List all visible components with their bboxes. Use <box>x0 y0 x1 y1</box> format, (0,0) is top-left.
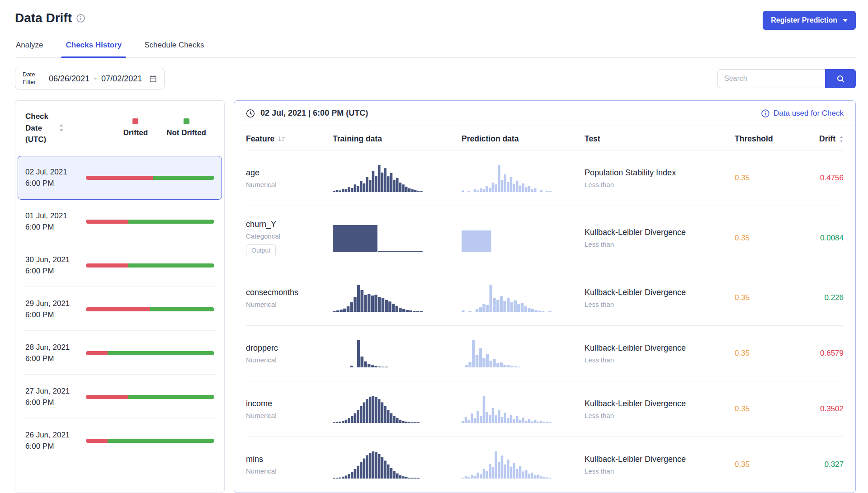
drift-value: 0.327 <box>817 460 844 469</box>
feature-rows: age Numerical Population Stability Index… <box>234 150 855 492</box>
data-used-for-check-link[interactable]: Data used for Check <box>761 109 844 118</box>
date-filter-label: Date Filter <box>23 71 42 86</box>
drift-value: 0.3502 <box>817 404 844 413</box>
check-list: 02 Jul, 20216:00 PM 01 Jul, 20216:00 PM … <box>15 153 224 465</box>
drift-value: 0.4756 <box>817 174 844 183</box>
test-name: Kullback-Leibler Divergence <box>585 343 735 353</box>
check-row-27-jun[interactable]: 27 Jun, 20216:00 PM <box>18 375 222 419</box>
info-icon[interactable] <box>76 14 85 23</box>
sort-desc-icon[interactable] <box>278 136 286 142</box>
threshold-value: 0.35 <box>735 404 817 413</box>
column-drift[interactable]: Drift <box>817 134 844 144</box>
prediction-histogram <box>462 339 552 367</box>
check-detail-panel: 02 Jul, 2021 | 6:00 PM (UTC) Data used f… <box>234 100 856 493</box>
check-row-01-jul[interactable]: 01 Jul, 20216:00 PM <box>18 200 222 244</box>
prediction-histogram <box>462 224 552 252</box>
column-threshold: Threshold <box>735 134 817 144</box>
search-input[interactable] <box>717 69 825 88</box>
column-test: Test <box>585 134 735 144</box>
check-date: 30 Jun, 20216:00 PM <box>25 254 80 277</box>
threshold-value: 0.35 <box>735 460 817 469</box>
date-to: 07/02/2021 <box>101 74 142 84</box>
tab-schedule-checks[interactable]: Schedule Checks <box>143 35 205 57</box>
tab-checks-history[interactable]: Checks History <box>65 35 123 57</box>
feature-row-age: age Numerical Population Stability Index… <box>246 150 844 206</box>
date-from: 06/26/2021 <box>49 74 90 84</box>
clock-icon <box>246 109 255 118</box>
not-drifted-color-swatch <box>184 118 189 124</box>
drift-value: 0.226 <box>817 293 844 302</box>
drift-ratio-bar <box>86 263 214 268</box>
info-icon <box>761 109 769 117</box>
column-training-data: Training data <box>333 134 462 144</box>
feature-table-header: Feature Training data Prediction data Te… <box>234 126 855 150</box>
feature-row-consecmonths: consecmonths Numerical Kullback-Leibler … <box>246 270 844 325</box>
drift-value: 0.0084 <box>817 234 844 243</box>
main-content: Check Date (UTC) Drifted Not Drifted <box>15 100 856 493</box>
check-date: 01 Jul, 20216:00 PM <box>25 210 80 233</box>
data-drift-page: Data Drift Register Prediction Analyze C… <box>0 0 868 493</box>
caret-down-icon <box>843 19 848 22</box>
test-condition: Less than <box>585 181 735 188</box>
training-histogram <box>333 395 423 423</box>
drift-ratio-bar <box>86 307 214 311</box>
drift-value: 0.6579 <box>817 349 844 358</box>
test-condition: Less than <box>585 412 735 419</box>
drift-ratio-bar <box>86 220 214 224</box>
column-prediction-data: Prediction data <box>462 134 585 144</box>
register-prediction-button[interactable]: Register Prediction <box>763 11 856 30</box>
check-row-26-jun[interactable]: 26 Jun, 20216:00 PM <box>18 419 222 463</box>
tab-bar: Analyze Checks History Schedule Checks <box>15 35 856 58</box>
test-name: Kullback-Leibler Divergence <box>585 455 735 464</box>
feature-type: Categorical <box>246 232 333 240</box>
check-date: 27 Jun, 20216:00 PM <box>25 385 80 408</box>
check-row-30-jun[interactable]: 30 Jun, 20216:00 PM <box>18 244 222 287</box>
test-condition: Less than <box>585 240 735 248</box>
output-badge: Output <box>246 244 276 256</box>
checks-panel: Check Date (UTC) Drifted Not Drifted <box>15 100 225 493</box>
filter-row: Date Filter 06/26/2021 - 07/02/2021 <box>15 68 856 89</box>
drift-ratio-bar <box>86 439 214 443</box>
drift-ratio-bar <box>86 176 214 180</box>
feature-name: income <box>246 399 333 408</box>
prediction-histogram <box>462 284 552 312</box>
check-date-column-title: Check Date (UTC) <box>25 111 55 146</box>
page-title: Data Drift <box>15 11 72 25</box>
training-histogram <box>333 164 423 192</box>
check-date: 29 Jun, 20216:00 PM <box>25 298 80 321</box>
calendar-icon[interactable] <box>149 75 157 83</box>
check-date: 28 Jun, 20216:00 PM <box>25 342 80 365</box>
feature-name: age <box>246 168 333 178</box>
date-separator: - <box>94 74 97 84</box>
test-name: Population Stability Index <box>585 168 735 178</box>
sort-icon[interactable] <box>59 124 64 131</box>
search-bar <box>717 69 856 88</box>
check-row-02-jul[interactable]: 02 Jul, 20216:00 PM <box>18 156 222 200</box>
detail-header: 02 Jul, 2021 | 6:00 PM (UTC) Data used f… <box>234 101 855 126</box>
date-range: 06/26/2021 - 07/02/2021 <box>49 74 142 84</box>
test-condition: Less than <box>585 356 735 364</box>
check-date: 02 Jul, 20216:00 PM <box>25 166 80 189</box>
test-condition: Less than <box>585 300 735 308</box>
checks-panel-header: Check Date (UTC) Drifted Not Drifted <box>15 101 224 153</box>
drift-ratio-bar <box>86 351 214 355</box>
search-button[interactable] <box>825 69 856 88</box>
check-row-29-jun[interactable]: 29 Jun, 20216:00 PM <box>18 287 222 331</box>
check-row-28-jun[interactable]: 28 Jun, 20216:00 PM <box>18 331 222 375</box>
test-name: Kullback-Leibler Divergence <box>585 228 735 237</box>
page-header: Data Drift Register Prediction <box>15 11 856 30</box>
feature-row-mins: mins Numerical Kullback-Leibler Divergen… <box>246 437 844 492</box>
feature-type: Numerical <box>246 300 333 308</box>
training-histogram <box>333 339 423 367</box>
feature-type: Numerical <box>246 356 333 364</box>
feature-row-dropperc: dropperc Numerical Kullback-Leibler Dive… <box>246 325 844 381</box>
prediction-histogram <box>462 164 552 192</box>
tab-analyze[interactable]: Analyze <box>15 35 44 57</box>
date-filter[interactable]: Date Filter 06/26/2021 - 07/02/2021 <box>15 68 165 89</box>
feature-type: Numerical <box>246 412 333 419</box>
feature-name: dropperc <box>246 343 333 353</box>
search-icon <box>836 75 845 83</box>
threshold-value: 0.35 <box>735 349 817 358</box>
test-condition: Less than <box>585 467 735 475</box>
feature-type: Numerical <box>246 181 333 188</box>
